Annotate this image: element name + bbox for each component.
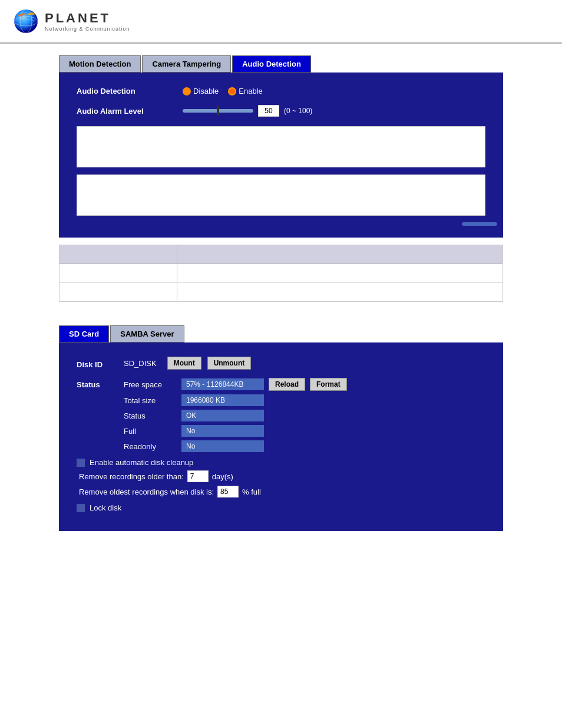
disk-id-value: SD_DISK (124, 359, 157, 368)
unmount-button[interactable]: Unmount (207, 357, 252, 370)
table-row1-col1 (59, 264, 177, 282)
reload-button[interactable]: Reload (269, 378, 305, 391)
free-space-row: Free space 57% - 1126844KB Reload Format (124, 378, 485, 391)
free-space-label: Free space (124, 380, 177, 389)
remove-older-unit: day(s) (212, 472, 233, 481)
enable-cleanup-label: Enable automatic disk cleanup (90, 458, 193, 467)
total-size-value: 1966080 KB (181, 394, 264, 406)
disable-radio-dot[interactable] (183, 87, 191, 95)
audio-detection-row: Audio Detection Disable Enable (77, 87, 485, 95)
full-label: Full (124, 427, 177, 436)
table-row2-col1 (59, 283, 177, 301)
enable-radio-label[interactable]: Enable (228, 87, 262, 95)
disable-radio-label[interactable]: Disable (183, 87, 219, 95)
table-row-2 (59, 283, 503, 301)
lock-disk-checkbox[interactable] (77, 504, 85, 512)
top-tab-bar: Motion Detection Camera Tampering Audio … (59, 55, 503, 73)
remove-older-label: Remove recordings older than: (79, 472, 184, 481)
status-field-label: Status (124, 411, 177, 420)
table-row1-col2 (177, 264, 503, 282)
brand-name: PLANET (45, 11, 130, 26)
tab-audio-detection[interactable]: Audio Detection (232, 55, 311, 73)
slider-value[interactable]: 50 (258, 105, 279, 117)
remove-older-days-input[interactable] (187, 470, 209, 482)
audio-alarm-slider-container: 50 (0 ~ 100) (183, 105, 312, 117)
planet-logo-icon (12, 7, 40, 35)
enable-cleanup-checkbox[interactable] (77, 459, 85, 467)
remove-oldest-pct-input[interactable] (217, 486, 239, 498)
table-row-1 (59, 264, 503, 283)
table-row2-col2 (177, 283, 503, 301)
white-box-2 (77, 174, 485, 216)
tab-camera-tampering[interactable]: Camera Tampering (142, 55, 231, 73)
sd-card-panel: Disk ID SD_DISK Mount Unmount Status Fre… (59, 342, 503, 531)
disk-id-label: Disk ID (77, 358, 124, 369)
slider-thumb[interactable] (217, 106, 219, 116)
free-space-value: 57% - 1126844KB (181, 378, 264, 390)
top-tab-container: Motion Detection Camera Tampering Audio … (59, 55, 503, 238)
status-row: Status Free space 57% - 1126844KB Reload… (77, 378, 485, 452)
sd-section: SD Card SAMBA Server Disk ID SD_DISK Mou… (59, 325, 503, 531)
logo-text: PLANET Networking & Communication (45, 11, 130, 32)
full-row: Full No (124, 425, 485, 437)
tab-sd-card[interactable]: SD Card (59, 325, 109, 342)
total-size-row: Total size 1966080 KB (124, 394, 485, 406)
audio-detection-panel: Audio Detection Disable Enable (59, 73, 503, 238)
lock-disk-row: Lock disk (77, 503, 485, 512)
empty-table (59, 245, 503, 302)
format-button[interactable]: Format (310, 378, 347, 391)
enable-cleanup-row: Enable automatic disk cleanup (77, 458, 485, 467)
mount-button[interactable]: Mount (167, 357, 201, 370)
tab-motion-detection[interactable]: Motion Detection (59, 55, 141, 73)
table-header (59, 245, 503, 264)
white-box-1 (77, 126, 485, 167)
full-value: No (181, 425, 264, 437)
audio-detection-control: Disable Enable (183, 87, 263, 95)
panel-scrollbar[interactable] (462, 222, 497, 226)
table-header-col2 (177, 245, 503, 263)
slider-range: (0 ~ 100) (284, 107, 312, 115)
remove-oldest-label: Remove oldest recordings when disk is: (79, 487, 214, 496)
status-field-value: OK (181, 410, 264, 421)
readonly-label: Readonly (124, 442, 177, 451)
svg-point-0 (14, 9, 38, 33)
brand-tagline: Networking & Communication (45, 26, 130, 32)
status-label: Status (77, 378, 124, 389)
slider-track[interactable] (183, 109, 253, 113)
sd-tab-bar: SD Card SAMBA Server (59, 325, 503, 342)
disk-id-row: Disk ID SD_DISK Mount Unmount (77, 357, 485, 370)
status-field-row: Status OK (124, 410, 485, 421)
status-content: Free space 57% - 1126844KB Reload Format… (124, 378, 485, 452)
readonly-value: No (181, 440, 264, 452)
readonly-row: Readonly No (124, 440, 485, 452)
enable-radio-dot[interactable] (228, 87, 236, 95)
table-header-col1 (59, 245, 177, 263)
tab-samba-server[interactable]: SAMBA Server (110, 325, 184, 342)
audio-alarm-level-label: Audio Alarm Level (77, 107, 183, 116)
audio-detection-label: Audio Detection (77, 87, 183, 95)
audio-alarm-level-row: Audio Alarm Level 50 (0 ~ 100) (77, 105, 485, 117)
audio-detection-radio-group: Disable Enable (183, 87, 263, 95)
page-header: PLANET Networking & Communication (0, 0, 562, 44)
logo: PLANET Networking & Communication (12, 7, 130, 35)
total-size-label: Total size (124, 396, 177, 405)
lock-disk-label: Lock disk (90, 503, 121, 512)
remove-oldest-unit: % full (242, 487, 261, 496)
